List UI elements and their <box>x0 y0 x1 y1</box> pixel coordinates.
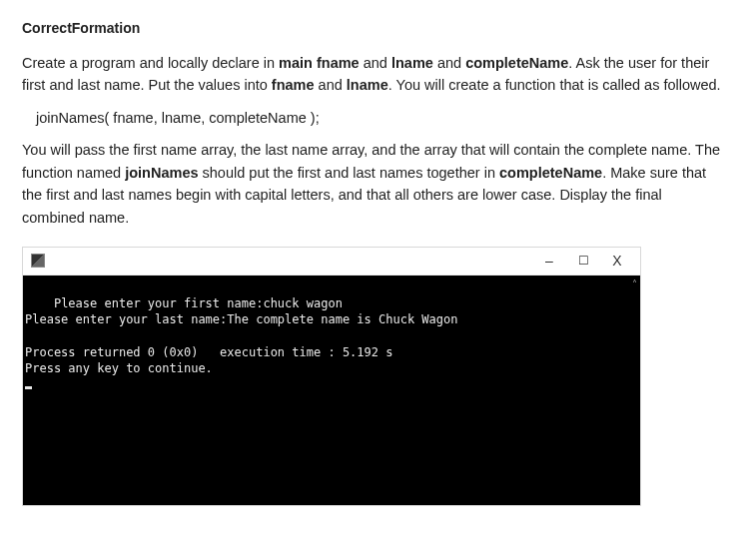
console-line: Press any key to continue. <box>25 361 213 375</box>
cursor <box>25 386 32 389</box>
console-line: Process returned 0 (0x0) execution time … <box>25 345 392 359</box>
kw-lname-2: lname <box>347 77 388 93</box>
kw-joinnames: joinNames <box>125 165 198 181</box>
app-icon <box>31 254 45 268</box>
console-line: Please enter your last name:The complete… <box>25 312 457 326</box>
console-window: – ☐ X ˄Please enter your first name:chuc… <box>22 247 641 506</box>
kw-completename: completeName <box>465 55 568 71</box>
body-paragraph: You will pass the first name array, the … <box>22 139 725 229</box>
scroll-up-icon[interactable]: ˄ <box>632 278 637 291</box>
maximize-button[interactable]: ☐ <box>566 247 600 275</box>
text: and <box>360 55 391 71</box>
console-output: ˄Please enter your first name:chuck wago… <box>23 276 640 505</box>
text: and <box>315 77 347 93</box>
window-titlebar: – ☐ X <box>23 248 640 276</box>
intro-paragraph: Create a program and locally declare in … <box>22 52 725 97</box>
console-line: Please enter your first name:chuck wagon <box>54 296 343 310</box>
text: . You will create a function that is cal… <box>388 77 721 93</box>
text: and <box>433 55 465 71</box>
text: Create a program and locally declare in <box>22 55 279 71</box>
close-button[interactable]: X <box>600 247 634 275</box>
problem-title: CorrectFormation <box>22 18 725 40</box>
kw-lname: lname <box>391 55 433 71</box>
kw-fname: fname <box>272 77 315 93</box>
kw-completename-2: completeName <box>499 165 602 181</box>
text: should put the first and last names toge… <box>199 165 499 181</box>
function-call-line: joinNames( fname, lname, completeName ); <box>36 107 725 129</box>
kw-main-fname: main fname <box>279 55 360 71</box>
minimize-button[interactable]: – <box>532 247 566 275</box>
